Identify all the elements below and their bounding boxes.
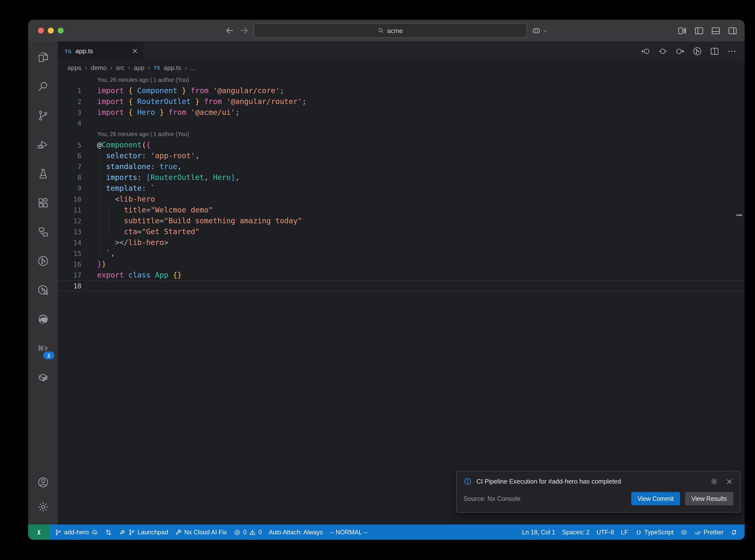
close-tab-button[interactable] (131, 47, 139, 55)
code-line-18[interactable]: 18 (58, 280, 744, 291)
line-number[interactable]: 8 (58, 172, 81, 183)
command-center-search[interactable]: acme (253, 23, 527, 38)
split-editor-button[interactable] (710, 46, 719, 56)
line-number[interactable]: 9 (58, 183, 81, 194)
line-number[interactable]: 6 (58, 151, 81, 161)
account-icon (37, 476, 49, 488)
breadcrumb-item-app[interactable]: app (134, 64, 144, 71)
status-item-branch-publish[interactable]: add-hero (51, 524, 102, 540)
status-item-cursor-position[interactable]: Ln 18, Col 1 (519, 524, 559, 540)
navigate-position-icon[interactable] (658, 46, 668, 56)
line-number[interactable]: 15 (58, 248, 81, 259)
status-item-language-mode[interactable]: {}TypeScript (632, 524, 677, 540)
line-number[interactable]: 2 (58, 96, 81, 107)
line-number[interactable]: 1 (58, 85, 81, 96)
line-number[interactable]: 10 (58, 194, 81, 205)
breadcrumb-item-apps[interactable]: apps (67, 64, 81, 71)
status-item-notifications-bell[interactable] (727, 524, 741, 540)
history-forward-button[interactable] (239, 26, 249, 36)
sidebar-item-testing[interactable] (31, 161, 55, 186)
source-control-graph-icon[interactable] (692, 46, 702, 56)
breadcrumb-item-src[interactable]: src (116, 64, 124, 71)
sidebar-item-commit-search[interactable] (31, 277, 55, 303)
code-text: }) (81, 259, 106, 269)
code-line-15[interactable]: 15 `, (58, 248, 744, 259)
line-number[interactable]: 7 (58, 161, 81, 172)
line-number[interactable]: 13 (58, 226, 81, 237)
sidebar-item-references[interactable] (31, 219, 55, 244)
window-zoom-button[interactable] (58, 27, 64, 34)
code-line-13[interactable]: 13 cta="Get Started" (58, 226, 744, 237)
status-item-eol[interactable]: LF (617, 524, 632, 540)
line-number[interactable]: 16 (58, 259, 81, 269)
sidebar-item-settings[interactable] (31, 496, 55, 518)
sidebar-item-source-control[interactable] (31, 102, 55, 128)
window-minimize-button[interactable] (48, 27, 54, 34)
status-item-problems[interactable]: 00 (230, 524, 265, 540)
notification-close-icon[interactable] (726, 477, 733, 485)
status-item-launchpad[interactable]: Launchpad (115, 524, 172, 540)
sidebar-item-source-control-graph[interactable] (31, 248, 55, 274)
view-commit-button[interactable]: View Commit (631, 492, 680, 505)
status-item-formatter-prettier[interactable]: Prettier (691, 524, 727, 540)
breadcrumb-item-file[interactable]: app.ts (164, 64, 181, 71)
breadcrumb-symbols[interactable]: ... (190, 64, 196, 71)
view-results-button[interactable]: View Results (685, 492, 733, 505)
code-line-11[interactable]: 11 title="Welcmoe demo" (58, 205, 744, 215)
window-close-button[interactable] (38, 27, 44, 34)
status-item-auto-attach[interactable]: Auto Attach: Always (265, 524, 326, 540)
copilot-menu-button[interactable] (531, 26, 548, 35)
status-bar: add-heroLaunchpadNx Cloud AI Fix00Auto A… (28, 524, 744, 540)
navigate-back-icon[interactable] (641, 46, 651, 56)
sidebar-item-explorer[interactable] (31, 44, 55, 70)
notification-settings-gear-icon[interactable] (710, 477, 718, 485)
code-line-12[interactable]: 12 subtitle="Build something amazing tod… (58, 215, 744, 226)
history-back-button[interactable] (225, 26, 235, 36)
sidebar-item-run-and-debug[interactable] (31, 132, 55, 157)
line-number[interactable]: 11 (58, 205, 81, 215)
code-line-1[interactable]: 1import { Component } from '@angular/cor… (58, 85, 744, 96)
toggle-panel-button[interactable] (711, 25, 721, 36)
code-line-5[interactable]: 5@Component({ (58, 140, 744, 151)
code-line-9[interactable]: 9 template: ` (58, 183, 744, 194)
breadcrumb-item-demo[interactable]: demo (91, 64, 107, 71)
code-line-3[interactable]: 3import { Hero } from '@acme/ui'; (58, 107, 744, 118)
tab-app-ts[interactable]: TS app.ts (58, 41, 143, 61)
code-line-10[interactable]: 10 <lib-hero (58, 194, 744, 205)
toggle-secondary-sidebar-button[interactable] (728, 25, 738, 36)
sidebar-item-browser-preview[interactable] (31, 306, 55, 332)
line-number[interactable]: 3 (58, 107, 81, 118)
code-editor[interactable]: You, 26 minutes ago | 1 author (You)1imp… (58, 75, 744, 524)
sidebar-item-extensions[interactable] (31, 190, 55, 215)
code-line-8[interactable]: 8 imports: [RouterOutlet, Hero], (58, 172, 744, 183)
search-icon (37, 80, 49, 93)
line-number[interactable]: 14 (58, 237, 81, 248)
line-number[interactable]: 4 (58, 118, 81, 129)
code-line-6[interactable]: 6 selector: 'app-root', (58, 151, 744, 161)
sidebar-item-containers[interactable] (31, 364, 55, 390)
code-line-17[interactable]: 17export class App {} (58, 269, 744, 280)
line-number[interactable]: 17 (58, 269, 81, 280)
line-number[interactable]: 12 (58, 215, 81, 226)
status-item-indentation[interactable]: Spaces: 2 (559, 524, 593, 540)
code-line-16[interactable]: 16}) (58, 259, 744, 269)
sidebar-item-accounts[interactable] (31, 471, 55, 493)
code-line-14[interactable]: 14 ></lib-hero> (58, 237, 744, 248)
more-actions-button[interactable] (727, 46, 737, 56)
code-line-4[interactable]: 4 (58, 118, 744, 129)
toggle-primary-sidebar-button[interactable] (694, 25, 704, 36)
code-line-2[interactable]: 2import { RouterOutlet } from '@angular/… (58, 96, 744, 107)
line-number[interactable]: 5 (58, 140, 81, 151)
code-line-7[interactable]: 7 standalone: true, (58, 161, 744, 172)
remote-indicator[interactable] (28, 524, 50, 540)
customize-layout-button[interactable] (677, 25, 688, 36)
status-item-copilot[interactable] (677, 524, 691, 540)
status-item-nx-cloud-ai-fix[interactable]: Nx Cloud AI Fix (172, 524, 230, 540)
status-item-encoding[interactable]: UTF-8 (593, 524, 617, 540)
status-item-vim-mode[interactable]: -- NORMAL -- (326, 524, 371, 540)
navigate-forward-icon[interactable] (675, 46, 685, 56)
sidebar-item-search[interactable] (31, 74, 55, 99)
sidebar-item-nx-console[interactable]: N2 (31, 335, 55, 361)
status-item-git-compare[interactable] (102, 524, 115, 540)
line-number[interactable]: 18 (58, 280, 81, 291)
